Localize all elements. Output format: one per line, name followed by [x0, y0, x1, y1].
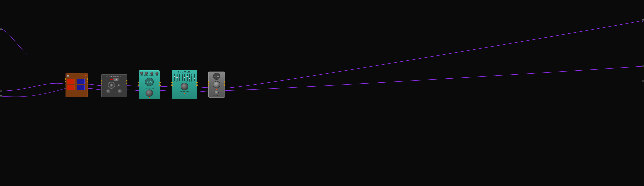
input-port-left-top[interactable]	[0, 90, 2, 92]
eq-subtitle: Parametric EQ	[180, 91, 189, 92]
svg-rect-4	[81, 76, 83, 77]
caps-reverb-plugin: DECAY DAMPING COMPRESS MIX CAPS Plate Re…	[138, 70, 160, 99]
svg-rect-2	[84, 79, 86, 80]
stereo-mod-text: MOD	[214, 75, 218, 77]
tape-decay-time-label: decay time	[106, 93, 110, 94]
svg-rect-3	[84, 81, 86, 82]
tape-port-in-2[interactable]	[101, 83, 102, 84]
eq-port-in-1[interactable]	[171, 82, 172, 83]
eq-slider-med[interactable]	[184, 74, 185, 81]
tape-reel-area	[103, 82, 126, 89]
tape-port-out-1[interactable]	[126, 80, 128, 81]
caps-port-in-2[interactable]	[138, 85, 140, 86]
matrix-port-in-1[interactable]	[65, 78, 66, 80]
caps-plugin-title: Plate Reverb	[145, 87, 154, 89]
matrix-port-in-2[interactable]	[65, 81, 66, 82]
eq-slider-d[interactable]	[182, 74, 182, 81]
tape-title: the infamous power cut	[103, 76, 126, 77]
stereo-port-out-1[interactable]	[224, 81, 226, 83]
caps-port-out-2[interactable]	[159, 85, 160, 86]
svg-line-9	[83, 80, 84, 81]
stereo-main-knob[interactable]	[213, 81, 220, 88]
stereo-small-knob[interactable]	[214, 91, 218, 94]
svg-rect-5	[81, 78, 83, 79]
matrix-knob[interactable]	[67, 75, 70, 77]
eq-slider-high[interactable]	[192, 74, 192, 81]
eq-slider-gain2[interactable]	[187, 74, 188, 81]
caps-port-out-1[interactable]	[159, 82, 160, 83]
para-eq-plugin: RAKARRACK Level Low Gain D	[172, 70, 197, 99]
tape-port-in-1[interactable]	[101, 80, 102, 81]
caps-badge: CAPS	[145, 78, 154, 86]
caps-knobs-row: DECAY DAMPING COMPRESS MIX	[140, 72, 158, 76]
eq-plugin-title: RAKARRACK	[178, 71, 191, 73]
input-port-left-mid[interactable]	[0, 95, 2, 97]
eq-slider-low[interactable]	[177, 74, 178, 81]
input-port-left-bottom[interactable]	[0, 28, 2, 30]
svg-rect-0	[84, 74, 86, 76]
tape-decay-curve-label: decay curve	[117, 93, 122, 94]
eq-sliders-row: Level Low Gain D Med	[173, 74, 196, 82]
eq-port-in-2[interactable]	[171, 85, 172, 86]
svg-rect-1	[84, 76, 86, 78]
stereo-gain-plugin: MOD Stereo Gain	[208, 72, 225, 98]
matrix-cell-red-2[interactable]	[67, 85, 74, 90]
caps-compress-label: COMPRESS	[150, 75, 154, 76]
eq-slider-s[interactable]	[189, 74, 190, 81]
eq-port-out-1[interactable]	[196, 82, 198, 83]
stereo-port-out-2[interactable]	[224, 84, 226, 86]
stereo-led	[216, 89, 217, 90]
svg-rect-6	[81, 80, 83, 81]
stereo-mod-badge: MOD	[213, 73, 220, 80]
caps-compress-knob[interactable]	[150, 72, 154, 75]
stereo-port-in-1[interactable]	[208, 81, 209, 83]
caps-decay-label: DECAY	[140, 75, 143, 76]
caps-led	[149, 97, 150, 98]
tape-plugin: the infamous power cut I/O decay time de…	[102, 74, 127, 97]
eq-port-out-2[interactable]	[196, 85, 198, 86]
tape-decay-curve-knob[interactable]	[118, 89, 122, 93]
caps-main-knob[interactable]	[146, 89, 153, 97]
eq-slider-gain1[interactable]	[179, 74, 180, 81]
output-port-right-bottom[interactable]	[642, 80, 644, 82]
matrix-schematic-icon	[81, 74, 87, 86]
tape-power-button[interactable]: I/O	[114, 78, 118, 81]
eq-slider-spec[interactable]	[194, 74, 195, 81]
cable-layer	[0, 0, 644, 186]
caps-decay-knob[interactable]	[140, 72, 143, 75]
caps-mix-knob[interactable]	[156, 72, 158, 75]
stereo-port-in-2[interactable]	[208, 84, 209, 86]
tape-reel-right-small	[117, 84, 120, 87]
tape-reel-left	[108, 82, 115, 89]
tape-decay-time-knob[interactable]	[106, 89, 110, 93]
output-port-right-top[interactable]	[642, 19, 644, 21]
svg-line-8	[83, 77, 84, 79]
output-port-right-mid[interactable]	[642, 65, 644, 67]
caps-badge-text: CAPS	[146, 81, 152, 83]
eq-led	[184, 93, 185, 94]
caps-damping-label: DAMPING	[144, 75, 148, 76]
tape-knobs-row: decay time decay curve	[103, 89, 126, 94]
matrix-port-out-1[interactable]	[87, 78, 88, 80]
caps-damping-knob[interactable]	[145, 72, 148, 75]
tape-port-out-2[interactable]	[126, 83, 128, 84]
matrix-mixer-plugin	[66, 73, 88, 97]
stereo-title: Stereo Gain	[214, 95, 220, 96]
matrix-cell-blue-2[interactable]	[77, 85, 84, 90]
matrix-port-out-2[interactable]	[87, 81, 88, 82]
tape-power-led	[110, 79, 113, 80]
caps-mix-label: MIX	[156, 75, 158, 76]
matrix-cell-red-1[interactable]	[67, 79, 74, 84]
eq-slider-level[interactable]	[174, 74, 175, 81]
eq-main-knob[interactable]	[181, 83, 188, 90]
caps-port-in-1[interactable]	[138, 82, 140, 83]
